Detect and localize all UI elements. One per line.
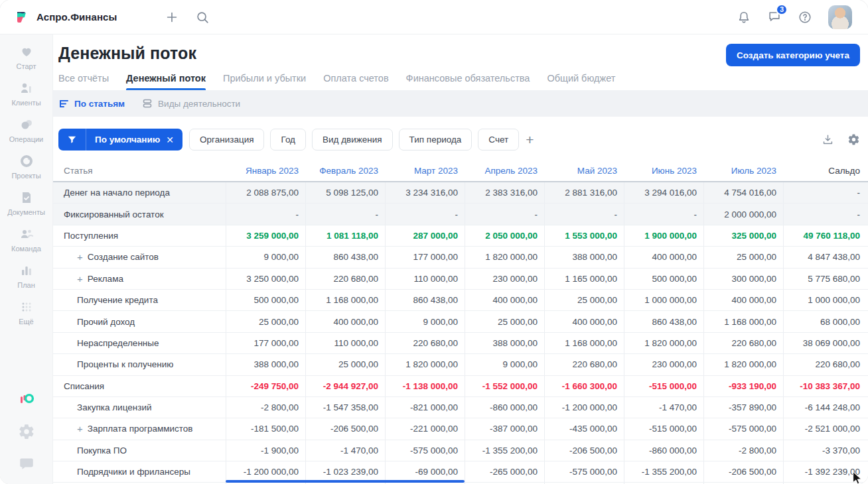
column-header[interactable]: Январь 2023 — [226, 166, 305, 176]
sidebar-item-проекты[interactable]: Проекты — [3, 153, 50, 180]
cell-value: 400 000,00 — [703, 290, 783, 310]
filter-chip[interactable]: Год — [270, 129, 306, 151]
cell-value: -1 470,00 — [624, 397, 703, 418]
column-header[interactable]: Апрель 2023 — [465, 166, 544, 176]
default-filter-pill[interactable]: По умолчанию ✕ — [58, 129, 182, 151]
table-row[interactable]: Фиксированный остаток------2 000 000,00- — [53, 204, 868, 225]
subtab-active[interactable]: По статьям — [58, 98, 125, 109]
sidebar-item-план[interactable]: План — [3, 263, 50, 289]
horizontal-scrollbar[interactable] — [226, 480, 465, 483]
column-header[interactable]: Февраль 2023 — [305, 166, 385, 176]
tab-4[interactable]: Оплата счетов — [323, 73, 388, 90]
cell-value: -10 383 367,00 — [783, 376, 868, 396]
operations-icon — [19, 117, 35, 133]
sidebar-item-команда[interactable]: Команда — [3, 226, 50, 253]
clear-filter-icon[interactable]: ✕ — [166, 135, 174, 145]
user-avatar[interactable] — [828, 5, 852, 29]
cell-value: 220 680,00 — [544, 354, 624, 375]
table-row[interactable]: Денег на начало периода2 088 875,005 098… — [53, 182, 868, 204]
team-icon — [19, 226, 35, 242]
row-label: Списания — [64, 381, 104, 391]
notifications-bell-icon[interactable] — [737, 10, 751, 25]
cell-value: 25 000,00 — [305, 354, 385, 375]
tab-6[interactable]: Общий бюджет — [547, 73, 615, 90]
cell-value: 388 000,00 — [544, 247, 624, 267]
filter-chip[interactable]: Счет — [478, 129, 519, 151]
cell-value: 2 881 316,00 — [544, 182, 624, 203]
cell-value: -575 000,00 — [385, 440, 465, 461]
cell-value: 220 680,00 — [703, 333, 783, 353]
table-settings-gear-icon[interactable] — [847, 133, 860, 146]
table-row[interactable]: +Реклама3 250 000,00220 680,00110 000,00… — [53, 269, 868, 290]
cell-value: 38 069 000,00 — [783, 333, 868, 353]
brand-logo-icon — [15, 9, 31, 25]
expand-plus-icon[interactable]: + — [77, 274, 83, 284]
add-filter-icon[interactable]: + — [526, 133, 534, 147]
expand-plus-icon[interactable]: + — [77, 252, 83, 262]
cell-value: 3 259 000,00 — [226, 225, 305, 246]
cell-value: 325 000,00 — [703, 225, 783, 246]
add-icon[interactable] — [165, 10, 179, 25]
table-row[interactable]: Проценты к получению388 000,0025 000,001… — [53, 354, 868, 375]
tab-2[interactable]: Денежный поток — [126, 73, 206, 90]
cell-value: - — [544, 204, 624, 224]
table-row[interactable]: Получение кредита500 000,001 168 000,008… — [53, 290, 868, 311]
cell-value: 860 438,00 — [385, 290, 465, 310]
cell-value: 4 847 438,00 — [783, 247, 868, 267]
table-row[interactable]: Нераспределенные177 000,00110 000,00220 … — [53, 333, 868, 354]
sidebar-item-операции[interactable]: Операции — [3, 117, 50, 143]
filter-chip[interactable]: Тип периода — [399, 129, 472, 151]
cell-value: -1 900,00 — [226, 440, 305, 461]
cell-value: 1 553 000,00 — [544, 225, 624, 246]
cell-value: 1 081 118,00 — [305, 225, 385, 246]
cell-value: 400 000,00 — [465, 290, 544, 310]
expand-plus-icon[interactable]: + — [77, 424, 83, 434]
sidebar-item-label: План — [17, 281, 35, 289]
column-header[interactable]: Июнь 2023 — [624, 166, 703, 176]
cell-value: 5 098 125,00 — [305, 182, 385, 203]
subtab-inactive[interactable]: Виды деятельности — [142, 98, 240, 109]
cell-value: -69 000,00 — [385, 461, 465, 482]
funnel-icon[interactable] — [58, 129, 86, 151]
cell-value: - — [385, 204, 465, 224]
chat-badge: 3 — [776, 4, 788, 15]
cell-value: 287 000,00 — [385, 225, 465, 246]
app-logo-icon[interactable] — [18, 391, 35, 408]
download-icon[interactable] — [822, 133, 834, 146]
sidebar-item-label: Клиенты — [11, 99, 40, 107]
cell-value: -249 750,00 — [226, 376, 305, 396]
table-row[interactable]: Покупка ПО-1 900,00-1 470,00-575 000,00-… — [53, 440, 868, 461]
filter-chip[interactable]: Организация — [189, 129, 264, 151]
tab-1[interactable]: Все отчёты — [58, 73, 109, 90]
table-row[interactable]: Списания-249 750,00-2 944 927,00-1 138 0… — [53, 376, 868, 397]
brand[interactable]: Аспро.Финансы — [15, 9, 117, 25]
cell-value: 25 000,00 — [226, 311, 305, 332]
filter-chip[interactable]: Вид движения — [312, 129, 393, 151]
search-icon[interactable] — [195, 10, 210, 25]
table-row[interactable]: Закупка лицензий-2 800,00-1 547 358,00-8… — [53, 397, 868, 418]
settings-gear-icon[interactable] — [18, 423, 35, 440]
cell-value: 220 680,00 — [305, 269, 385, 289]
table-row[interactable]: +Создание сайтов9 000,00860 438,00177 00… — [53, 247, 868, 268]
tab-5[interactable]: Финансовые обязательства — [406, 73, 530, 90]
help-icon[interactable] — [798, 10, 812, 25]
sidebar-item-клиенты[interactable]: Клиенты — [3, 80, 50, 107]
create-category-button[interactable]: Создать категорию учета — [726, 44, 860, 66]
table-row[interactable]: +Зарплата программистов-181 500,00-206 5… — [53, 418, 868, 440]
column-header[interactable]: Июль 2023 — [703, 166, 783, 176]
subtab-label: По статьям — [74, 99, 125, 109]
table-row[interactable]: Прочий доход25 000,00400 000,009 000,002… — [53, 311, 868, 332]
sidebar-nav: СтартКлиентыОперацииПроектыДокументыКома… — [3, 44, 50, 335]
support-chat-icon[interactable] — [18, 455, 35, 472]
cell-value: 110 000,00 — [385, 269, 465, 289]
sidebar-item-документы[interactable]: Документы — [3, 190, 50, 216]
column-header-article[interactable]: Статья — [53, 166, 226, 176]
sidebar-item-старт[interactable]: Старт — [3, 44, 50, 70]
tab-3[interactable]: Прибыли и убытки — [223, 73, 306, 90]
column-header[interactable]: Май 2023 — [544, 166, 624, 176]
column-header[interactable]: Сальдо — [783, 166, 868, 176]
column-header[interactable]: Март 2023 — [385, 166, 465, 176]
sidebar-item-ещё[interactable]: Ещё — [3, 299, 50, 326]
table-row[interactable]: Поступления3 259 000,001 081 118,00287 0… — [53, 225, 868, 247]
list-lines-icon — [58, 98, 69, 109]
